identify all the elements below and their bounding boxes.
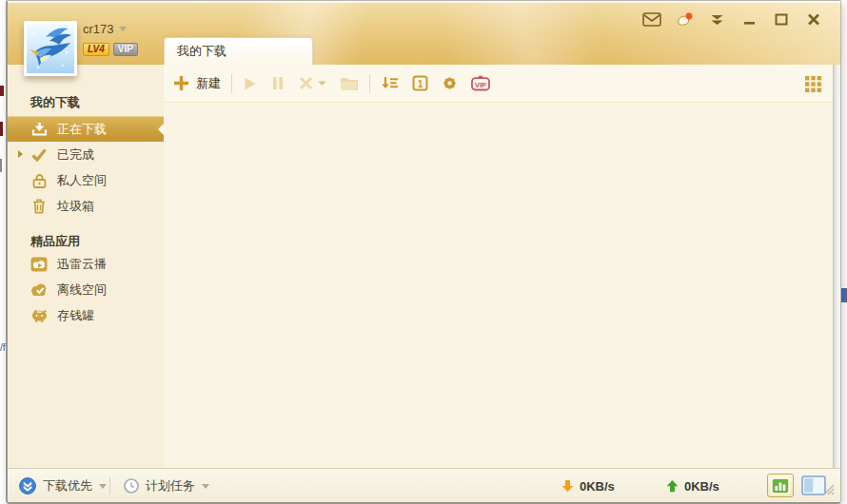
toolbar-separator: [369, 74, 370, 93]
svg-text:VIP: VIP: [475, 81, 486, 89]
app-grid-button[interactable]: [805, 76, 821, 96]
speed-down-icon: [561, 479, 574, 493]
scheduled-tasks-dropdown[interactable]: 计划任务: [124, 469, 209, 503]
desktop-background: /f: [0, 0, 847, 504]
piggy-bank-icon: [30, 308, 48, 322]
delete-button[interactable]: [299, 76, 326, 90]
trash-icon: [30, 199, 48, 214]
vip-badge: VIP: [113, 43, 138, 56]
pause-button[interactable]: [272, 76, 284, 90]
sort-button[interactable]: [381, 76, 399, 91]
tab-my-downloads[interactable]: 我的下载: [164, 37, 313, 65]
vip-stamp-icon: VIP: [471, 75, 490, 91]
priority-label: 下载优先: [43, 477, 92, 494]
statusbar-separator: [109, 477, 110, 494]
download-priority-dropdown[interactable]: 下载优先: [19, 469, 107, 503]
upload-speed: 0KB/s: [666, 469, 719, 503]
chevron-down-icon: [119, 27, 127, 31]
folder-icon: [340, 76, 359, 91]
upload-speed-value: 0KB/s: [684, 479, 719, 494]
delete-dropdown-caret-icon[interactable]: [318, 81, 326, 87]
new-task-button[interactable]: 新建: [173, 75, 221, 92]
collapse-icon[interactable]: [707, 11, 726, 28]
bar-chart-icon: [771, 477, 790, 494]
sidebar-item-label: 垃圾箱: [57, 198, 94, 215]
sidebar-item-trash[interactable]: 垃圾箱: [8, 193, 164, 219]
priority-icon: [19, 477, 36, 494]
resize-grip[interactable]: [822, 482, 835, 499]
sidebar-section-my-downloads: 我的下载: [8, 93, 164, 112]
avatar[interactable]: [24, 21, 77, 76]
desktop-artifact: [0, 86, 4, 96]
expand-arrow-icon[interactable]: [18, 150, 23, 158]
sidebar-section-featured-apps: 精品应用: [8, 232, 164, 251]
speed-up-icon: [666, 479, 679, 493]
delete-x-icon: [299, 76, 313, 90]
play-icon: [243, 76, 257, 91]
mail-icon[interactable]: [642, 11, 661, 28]
settings-button[interactable]: [442, 75, 458, 91]
username: cr173: [83, 22, 114, 36]
panel-number-icon: 1: [412, 75, 428, 91]
sidebar-item-cloud-play[interactable]: 迅雷云播: [8, 251, 164, 277]
download-icon: [30, 122, 48, 137]
pause-icon: [272, 76, 284, 90]
download-speed-value: 0KB/s: [580, 479, 615, 494]
sidebar-item-completed[interactable]: 已完成: [8, 142, 164, 167]
sidebar-item-label: 迅雷云播: [57, 256, 107, 273]
notification-icon[interactable]: [675, 11, 694, 28]
sidebar: 我的下载 正在下载 已完成: [8, 65, 164, 468]
tasks-label: 计划任务: [146, 477, 195, 494]
tab-label: 我的下载: [177, 43, 227, 60]
chevron-down-icon: [99, 484, 107, 489]
statusbar: 下载优先 计划任务 0KB/s: [8, 468, 840, 502]
start-button[interactable]: [243, 76, 257, 91]
sort-icon: [381, 76, 399, 91]
sidebar-item-downloading[interactable]: 正在下载: [8, 116, 164, 142]
close-icon[interactable]: [804, 11, 823, 28]
cloud-play-icon: [30, 257, 48, 272]
toolbar: 新建: [164, 65, 833, 103]
desktop-artifact-text: /f: [0, 342, 6, 353]
check-icon: [30, 148, 48, 162]
panel-toggle-button[interactable]: 1: [412, 75, 428, 91]
desktop-artifact: [0, 122, 3, 136]
sidebar-item-label: 存钱罐: [57, 307, 94, 324]
vip-button[interactable]: VIP: [471, 75, 490, 91]
level-badge: LV4: [83, 43, 109, 56]
app-window: cr173 LV4 VIP 我的下载 新建: [6, 0, 841, 504]
toolbar-separator: [231, 74, 232, 93]
sidebar-item-label: 已完成: [57, 146, 94, 164]
minimize-icon[interactable]: [739, 11, 758, 28]
clock-icon: [124, 478, 139, 494]
desktop-artifact: [0, 159, 2, 172]
maximize-icon[interactable]: [772, 11, 791, 28]
grid-icon: [805, 76, 821, 92]
window-right-border: [833, 65, 840, 502]
sidebar-item-label: 离线空间: [57, 281, 107, 299]
gear-icon: [442, 75, 458, 91]
lock-icon: [30, 173, 48, 188]
sidebar-item-piggy-bank[interactable]: 存钱罐: [8, 302, 164, 328]
download-list-area[interactable]: [164, 104, 833, 468]
cloud-check-icon: [30, 282, 48, 297]
download-speed: 0KB/s: [561, 469, 615, 503]
open-folder-button[interactable]: [340, 76, 359, 91]
speed-chart-toggle[interactable]: [767, 474, 794, 497]
bird-logo-icon: [27, 24, 74, 73]
sidebar-item-label: 正在下载: [57, 121, 107, 138]
sidebar-item-label: 私人空间: [57, 172, 107, 189]
plus-icon: [173, 75, 189, 91]
new-task-label: 新建: [196, 75, 221, 92]
sidebar-item-offline-space[interactable]: 离线空间: [8, 277, 164, 302]
sidebar-item-private-space[interactable]: 私人空间: [8, 167, 164, 193]
svg-text:1: 1: [418, 79, 424, 89]
desktop-artifact: [841, 288, 847, 302]
username-dropdown[interactable]: cr173: [83, 22, 138, 36]
chevron-down-icon: [202, 484, 209, 489]
